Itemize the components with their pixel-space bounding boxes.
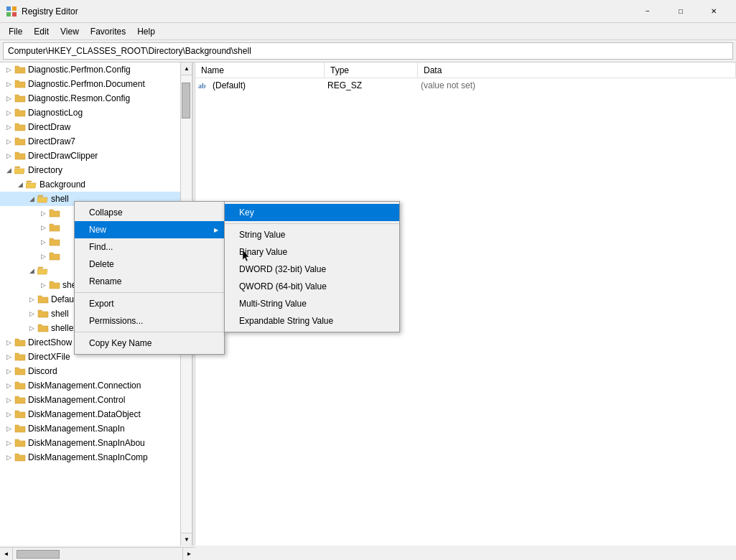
item-label: Discord [28,366,57,376]
folder-open-icon [37,266,49,276]
svg-rect-0 [6,6,11,11]
sub-expandable-value[interactable]: Expandable String Value [225,312,399,330]
h-scroll-thumb[interactable] [17,550,60,559]
expand-icon: ▷ [37,279,49,291]
sub-multistring-value[interactable]: Multi-String Value [225,295,399,312]
menu-favorites[interactable]: Favorites [85,24,131,39]
sub-expandable-value-label: Expandable String Value [239,316,333,326]
tree-item[interactable]: ▷ Diagnostic.Resmon.Config [0,91,192,106]
scroll-up-btn[interactable]: ▲ [181,62,192,75]
menu-view[interactable]: View [55,24,85,39]
sub-string-value[interactable]: String Value [225,226,399,243]
folder-icon [49,237,60,247]
expand-icon: ▷ [3,64,14,75]
registry-row[interactable]: ab (Default) REG_SZ (value not set) [195,78,736,93]
sub-key[interactable]: Key [225,204,399,221]
minimize-button[interactable]: − [631,0,664,23]
sub-binary-value-label: Binary Value [239,247,287,257]
col-header-name[interactable]: Name [195,62,325,78]
sub-qword-value[interactable]: QWORD (64-bit) Value [225,278,399,295]
tree-item[interactable]: ▷ DiagnosticLog [0,106,192,120]
menu-edit[interactable]: Edit [28,24,55,39]
tree-item[interactable]: ▷ DirectDraw [0,120,192,134]
item-label: shell [51,309,69,319]
tree-item[interactable]: ▷ DirectDraw7 [0,134,192,149]
folder-icon [37,323,49,333]
ctx-rename[interactable]: Rename [75,273,224,290]
expand-icon: ▷ [3,121,14,133]
expand-icon: ◢ [3,164,14,176]
sub-binary-value[interactable]: Binary Value [225,243,399,261]
tree-item[interactable]: ▷ DiskManagement.Connection [0,378,192,393]
ctx-export[interactable]: Export [75,295,224,312]
item-label: shell [51,194,69,204]
tree-item[interactable]: ▷ DiskManagement.Control [0,393,192,407]
menu-file[interactable]: File [3,24,28,39]
tree-item[interactable]: ▷ DirectDrawClipper [0,149,192,163]
item-label: DirectXFile [28,352,70,362]
tree-item[interactable]: ▷ DiskManagement.SnapIn [0,421,192,436]
expand-icon: ▷ [3,78,14,90]
scroll-right-btn[interactable]: ► [182,548,195,561]
submenu-arrow-icon: ▶ [214,227,218,233]
folder-icon [49,208,60,218]
col-header-type[interactable]: Type [325,62,418,78]
tree-item[interactable]: ▷ Diagnostic.Perfmon.Config [0,62,192,77]
item-label: Defau [51,294,74,304]
item-label: Directory [28,165,62,175]
scroll-left-btn[interactable]: ◄ [0,548,13,561]
context-menu: Collapse New ▶ Find... Delete Rename Exp… [74,201,225,355]
folder-open-icon [37,194,49,204]
expand-icon: ▷ [37,222,49,233]
folder-open-icon [26,179,37,190]
tree-item-background[interactable]: ◢ Background [0,177,192,192]
ctx-export-label: Export [89,299,114,309]
ctx-permissions-label: Permissions... [89,316,143,326]
tree-item[interactable]: ▷ Diagnostic.Perfmon.Document [0,77,192,91]
ctx-find[interactable]: Find... [75,238,224,256]
tree-item[interactable]: ▷ DiskManagement.DataObject [0,407,192,421]
expand-icon: ▷ [37,207,49,219]
tree-item[interactable]: ▷ DiskManagement.SnapInComp [0,450,192,465]
ctx-copykeyname[interactable]: Copy Key Name [75,335,224,352]
value-type: REG_SZ [327,80,421,90]
expand-icon: ▷ [3,380,14,391]
item-label: Diagnostic.Perfmon.Config [28,65,131,75]
scroll-down-btn[interactable]: ▼ [181,533,192,546]
ctx-rename-label: Rename [89,276,121,286]
expand-icon: ▷ [37,251,49,262]
svg-rect-3 [12,12,17,17]
menu-help[interactable]: Help [131,24,161,39]
folder-icon [14,136,26,146]
scroll-thumb[interactable] [182,83,190,118]
item-label: Background [39,179,85,190]
folder-icon [14,337,26,347]
item-label: DirectShow [28,337,72,347]
maximize-button[interactable]: □ [664,0,697,23]
address-bar[interactable]: Computer\HKEY_CLASSES_ROOT\Directory\Bac… [3,42,733,60]
col-header-data[interactable]: Data [418,62,736,78]
close-button[interactable]: ✕ [697,0,730,23]
ctx-copykeyname-label: Copy Key Name [89,338,152,348]
ctx-permissions[interactable]: Permissions... [75,312,224,330]
sub-multistring-value-label: Multi-String Value [239,299,307,309]
item-label: DirectDraw7 [28,136,75,146]
sub-string-value-label: String Value [239,230,285,240]
expand-icon: ▷ [3,409,14,420]
svg-rect-1 [12,6,17,11]
sub-dword-value[interactable]: DWORD (32-bit) Value [225,261,399,278]
tree-item[interactable]: ▷ Discord [0,364,192,378]
expand-icon: ▷ [3,136,14,147]
tree-item[interactable]: ▷ DiskManagement.SnapInAbou [0,436,192,450]
folder-icon [14,108,26,118]
ctx-delete[interactable]: Delete [75,256,224,273]
item-label: DiskManagement.Control [28,395,125,405]
horizontal-scrollbar[interactable]: ◄ ► [0,547,195,560]
ctx-new[interactable]: New ▶ [75,221,224,238]
value-data: (value not set) [421,80,733,90]
tree-item-directory[interactable]: ◢ Directory [0,163,192,177]
expand-icon: ▷ [26,294,37,305]
expand-icon: ▷ [3,437,14,449]
ctx-collapse[interactable]: Collapse [75,204,224,221]
expand-icon: ▷ [3,337,14,348]
